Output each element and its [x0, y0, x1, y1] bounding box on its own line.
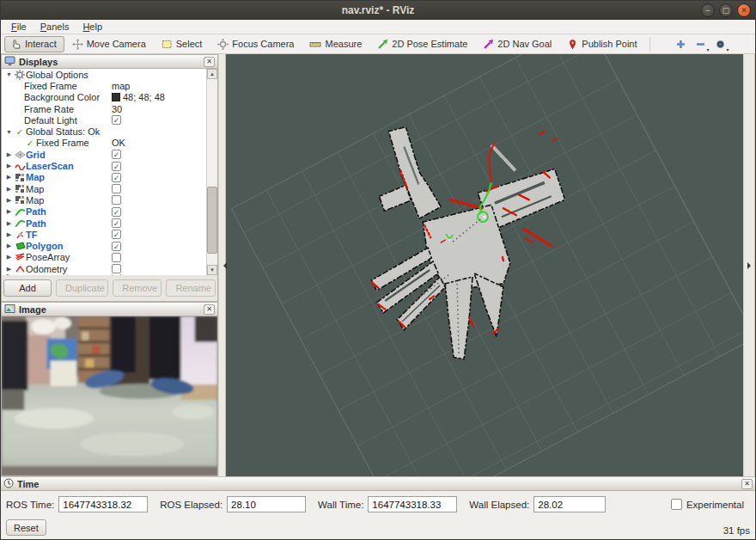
expander-icon[interactable]: ▶ [4, 220, 14, 227]
checkbox[interactable] [112, 264, 121, 273]
tool-2d-pose-estimate[interactable]: 2D Pose Estimate [371, 36, 475, 52]
collapse-left-icon[interactable] [220, 262, 227, 269]
checkbox[interactable] [112, 184, 121, 193]
menu-help[interactable]: Help [76, 21, 109, 33]
tree-row-map-3[interactable]: ▶ Map [2, 194, 206, 206]
checkbox[interactable] [112, 207, 121, 217]
maximize-button[interactable]: ▢ [719, 3, 733, 17]
tool-2d-nav-goal[interactable]: 2D Nav Goal [477, 36, 559, 52]
checkbox[interactable] [112, 162, 121, 171]
tool-measure[interactable]: Measure [303, 36, 369, 52]
expander-icon[interactable]: ▶ [4, 266, 14, 273]
tool-interact[interactable]: Interact [4, 36, 64, 52]
checkbox[interactable] [112, 173, 121, 182]
expander-icon[interactable]: ▶ [4, 174, 14, 181]
tree-row-global-options[interactable]: ▼ Global Options [2, 69, 206, 80]
checkbox[interactable] [112, 218, 121, 228]
close-button[interactable]: ✕ [737, 3, 751, 17]
tree-row-odometry[interactable]: ▶ Odometry [2, 263, 206, 274]
wall-time-input[interactable] [368, 496, 457, 512]
tree-row-grid[interactable]: ▶ Grid [2, 149, 206, 160]
minimize-button[interactable]: – [701, 3, 715, 17]
tree-row-laserscan[interactable]: ▶ LaserScan [2, 160, 206, 171]
expander-icon[interactable]: ▶ [4, 163, 14, 169]
tree-row-default-light[interactable]: Default Light [2, 114, 206, 126]
remove-tool-button[interactable]: ▾ [692, 36, 710, 52]
title-bar[interactable]: nav.rviz* - RViz – ▢ ✕ [1, 1, 755, 20]
expander-icon[interactable]: ▼ [4, 129, 14, 135]
remove-button[interactable]: Remove [113, 279, 162, 297]
tree-row-fixed-frame-status[interactable]: ✓ Fixed Frame OK [2, 138, 206, 149]
displays-close-icon[interactable]: ✕ [204, 57, 215, 67]
tree-row-global-status[interactable]: ▼ ✓ Global Status: Ok [2, 126, 206, 137]
checkbox[interactable] [112, 115, 121, 125]
tree-row-background-color[interactable]: Background Color 48; 48; 48 [2, 92, 206, 103]
expander-icon[interactable]: ▶ [4, 186, 14, 193]
tree-scrollbar[interactable]: ▲ ▼ [206, 69, 217, 275]
tree-row-map-2[interactable]: ▶ Map [2, 183, 206, 194]
tool-focus-camera[interactable]: Focus Camera [211, 36, 302, 52]
experimental-checkbox[interactable] [671, 499, 682, 510]
displays-panel-header[interactable]: Displays ✕ [2, 55, 217, 69]
checkbox[interactable] [112, 230, 121, 239]
wall-time-label: Wall Time: [318, 500, 363, 510]
scroll-up-icon[interactable]: ▲ [207, 69, 217, 79]
image-panel: Image ✕ [1, 302, 218, 476]
menu-panels[interactable]: Panels [34, 21, 76, 33]
checkbox[interactable] [112, 195, 121, 205]
tool-properties-button[interactable]: ▾ [711, 36, 729, 52]
checkbox[interactable] [112, 242, 121, 251]
expander-icon[interactable]: ▼ [4, 71, 14, 77]
robot-center-dot [483, 216, 485, 218]
image-panel-header[interactable]: Image ✕ [2, 303, 217, 316]
checkbox[interactable] [112, 253, 121, 262]
expander-icon[interactable]: ▶ [4, 151, 14, 158]
fixed-frame-value[interactable]: map [112, 81, 130, 91]
time-close-icon[interactable]: ✕ [741, 479, 753, 489]
expander-icon[interactable]: ▶ [4, 208, 14, 215]
menu-file[interactable]: File [4, 21, 34, 33]
ros-time-input[interactable] [58, 496, 148, 512]
add-button[interactable]: Add [3, 279, 52, 297]
right-splitter[interactable] [743, 54, 755, 476]
left-splitter[interactable] [218, 54, 226, 476]
tree-row-tf[interactable]: ▶ TF [2, 229, 206, 240]
scroll-down-icon[interactable]: ▼ [207, 265, 217, 275]
tree-row-frame-rate[interactable]: Frame Rate 30 [2, 103, 206, 114]
focus-camera-icon [217, 39, 229, 50]
tool-move-camera[interactable]: Move Camera [66, 36, 154, 52]
tree-row-fixed-frame[interactable]: Fixed Frame map [2, 80, 206, 91]
tool-select[interactable]: Select [155, 36, 210, 52]
displays-buttons: Add Duplicate Remove Rename [2, 275, 217, 301]
tool-publish-point[interactable]: Publish Point [561, 36, 644, 52]
image-close-icon[interactable]: ✕ [204, 304, 215, 315]
expander-icon[interactable]: ▶ [4, 197, 14, 204]
tree-row-polygon[interactable]: ▶ Polygon [2, 240, 206, 251]
checkbox[interactable] [112, 150, 121, 159]
duplicate-button[interactable]: Duplicate [56, 279, 108, 297]
rename-button[interactable]: Rename [166, 279, 216, 297]
expander-icon[interactable]: ▶ [4, 231, 14, 238]
tree-row-map-1[interactable]: ▶ Map [2, 172, 206, 183]
tf-frame-dot [448, 239, 451, 242]
expander-icon[interactable]: ▶ [4, 242, 14, 249]
wall-elapsed-input[interactable] [533, 496, 606, 512]
select-icon [162, 39, 173, 50]
collapse-right-icon[interactable] [747, 262, 754, 269]
tree-row-posearray[interactable]: ▶ PoseArray [2, 252, 206, 263]
checkbox[interactable] [112, 274, 121, 275]
ros-elapsed-input[interactable] [227, 496, 306, 512]
status-ok-check-icon: ✓ [24, 138, 36, 148]
time-panel-title: Time [17, 479, 738, 489]
viewport-3d[interactable] [226, 54, 743, 476]
scrollbar-thumb[interactable] [207, 187, 217, 254]
expander-icon[interactable]: ▶ [4, 254, 14, 261]
tree-row-path-2[interactable]: ▶ Path [2, 218, 206, 229]
tree-row-path-1[interactable]: ▶ Path [2, 206, 206, 218]
time-panel-header[interactable]: Time ✕ [1, 477, 755, 491]
frame-rate-value[interactable]: 30 [112, 104, 122, 114]
displays-panel-title: Displays [19, 57, 200, 67]
reset-button[interactable]: Reset [6, 519, 46, 536]
menu-bar: File Panels Help [1, 20, 755, 34]
add-tool-button[interactable] [672, 36, 690, 52]
